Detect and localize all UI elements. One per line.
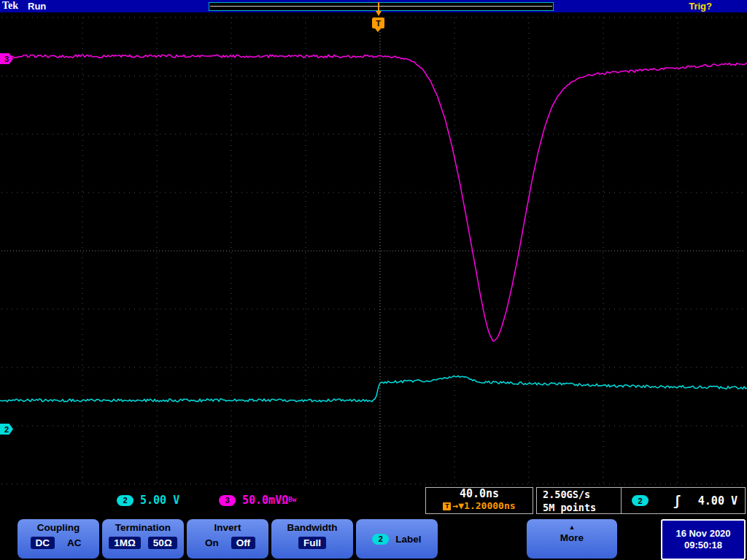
ch2-trace xyxy=(0,376,747,402)
trigger-delay-value: →▼1.20000ns xyxy=(452,500,515,512)
termination-option-50ohm[interactable]: 50Ω xyxy=(148,537,177,549)
soft-key-menu: Coupling DC AC Termination 1MΩ 50Ω Inver… xyxy=(0,516,747,560)
trigger-status: Trig? xyxy=(689,1,712,12)
trigger-position-arrow-icon xyxy=(376,11,382,16)
invert-button[interactable]: Invert On Off xyxy=(187,519,268,559)
channel3-scale-text: 50.0mVΩ xyxy=(242,494,288,507)
more-up-arrow-icon: ▲ xyxy=(569,524,576,531)
coupling-option-dc[interactable]: DC xyxy=(31,537,55,549)
channel2-scale-value: 5.00 V xyxy=(140,494,179,507)
trigger-flag-label: T xyxy=(376,19,381,28)
termination-options: 1MΩ 50Ω xyxy=(109,537,177,549)
channel3-badge: 3 xyxy=(219,495,236,506)
label-title: Label xyxy=(395,534,421,545)
coupling-option-ac[interactable]: AC xyxy=(62,537,87,549)
termination-title: Termination xyxy=(115,522,171,533)
invert-title: Invert xyxy=(214,522,241,533)
bandwidth-option-full[interactable]: Full xyxy=(298,537,326,549)
oscilloscope-screen: Tek Run Trig? 3 2 T 2 5.00 V 3 50.0mVΩBw… xyxy=(0,0,747,560)
time-value: 09:50:18 xyxy=(684,540,722,551)
acquisition-status: Run xyxy=(28,1,46,12)
trigger-level-value: 4.00 V xyxy=(698,494,738,508)
top-status-bar: Tek Run Trig? xyxy=(0,0,747,12)
trigger-slope-icon: ʃ xyxy=(673,494,681,508)
channel3-scale-value: 50.0mVΩBw xyxy=(242,494,296,507)
trigger-readout: 2 ʃ 4.00 V xyxy=(621,487,746,514)
channel3-scale-readout: 3 50.0mVΩBw xyxy=(219,494,296,507)
acquisition-position-bar xyxy=(209,2,554,11)
readout-bar: 2 5.00 V 3 50.0mVΩBw 40.0ns T →▼1.20000n… xyxy=(0,486,747,516)
label-channel-badge: 2 xyxy=(372,534,389,545)
channel3-marker-label: 3 xyxy=(4,55,9,63)
graticule-and-traces xyxy=(0,12,747,486)
acquisition-position-line xyxy=(210,6,552,7)
channel2-scale-readout: 2 5.00 V xyxy=(117,494,179,507)
trigger-delay-icon: T xyxy=(443,502,451,510)
datetime-display: 16 Nov 2020 09:50:18 xyxy=(661,519,746,560)
acquisition-readout: 2.50GS/s 5M points xyxy=(536,487,624,514)
label-button[interactable]: 2 Label xyxy=(356,519,438,559)
bandwidth-title: Bandwidth xyxy=(287,522,338,533)
more-title: More xyxy=(560,532,584,543)
more-button[interactable]: ▲ More xyxy=(527,519,617,559)
coupling-button[interactable]: Coupling DC AC xyxy=(18,519,99,559)
invert-option-off[interactable]: Off xyxy=(231,537,256,549)
invert-option-on[interactable]: On xyxy=(200,537,224,549)
termination-option-1meg[interactable]: 1MΩ xyxy=(109,537,141,549)
record-length-value: 5M points xyxy=(543,502,623,514)
date-value: 16 Nov 2020 xyxy=(676,528,730,540)
waveform-display: 3 2 xyxy=(0,12,747,486)
bandwidth-options: Full xyxy=(298,537,326,549)
coupling-options: DC AC xyxy=(31,537,87,549)
trigger-source-badge: 2 xyxy=(632,495,649,506)
trigger-delay-readout: T →▼1.20000ns xyxy=(426,500,533,512)
channel2-marker-label: 2 xyxy=(4,425,9,434)
invert-options: On Off xyxy=(200,537,255,549)
horizontal-readout: 40.0ns T →▼1.20000ns xyxy=(425,487,533,514)
sample-rate-value: 2.50GS/s xyxy=(543,489,623,501)
coupling-title: Coupling xyxy=(37,522,80,533)
channel2-badge: 2 xyxy=(117,495,133,506)
tek-logo: Tek xyxy=(2,0,18,12)
timebase-value: 40.0ns xyxy=(426,488,533,500)
ch3-trace xyxy=(0,55,747,341)
bandwidth-limit-icon: Bw xyxy=(288,496,296,503)
trigger-position-flag[interactable]: T xyxy=(372,18,384,28)
bandwidth-button[interactable]: Bandwidth Full xyxy=(271,519,353,559)
termination-button[interactable]: Termination 1MΩ 50Ω xyxy=(102,519,184,559)
